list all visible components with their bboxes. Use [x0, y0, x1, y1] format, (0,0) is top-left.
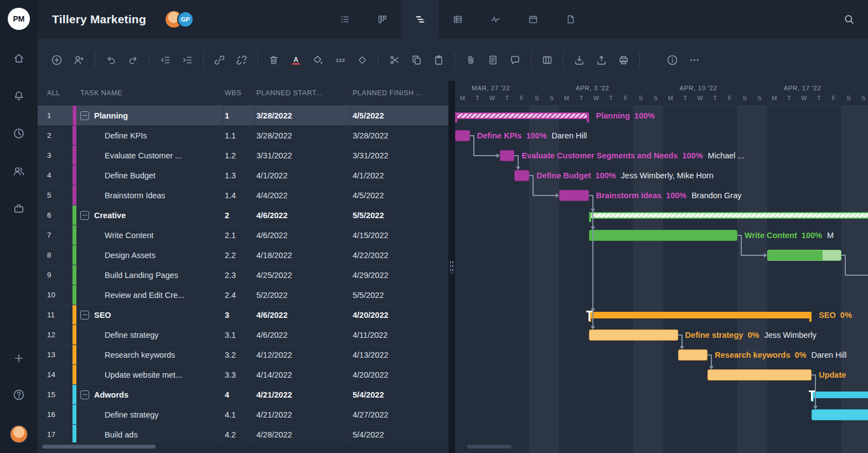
tab-calendar-view[interactable]: [514, 0, 552, 39]
search-button[interactable]: [844, 14, 855, 25]
redo-button[interactable]: [127, 54, 139, 66]
row-number-cell[interactable]: 17: [38, 425, 73, 444]
planned-finish-cell[interactable]: 5/4/2022: [350, 385, 448, 404]
row-number-cell[interactable]: 13: [38, 345, 73, 364]
wbs-cell[interactable]: 3.3: [223, 365, 255, 384]
planned-start-cell[interactable]: 4/6/2022: [255, 205, 350, 225]
table-row[interactable]: 6 Creative 2 4/6/2022 5/5/2022: [38, 205, 448, 225]
planned-start-cell[interactable]: 4/12/2022: [255, 345, 350, 364]
row-number-cell[interactable]: 1: [38, 106, 73, 125]
task-name-cell[interactable]: Define strategy: [73, 405, 223, 424]
gantt-scrollbar-thumb[interactable]: [467, 445, 512, 449]
tab-sheet-view[interactable]: [439, 0, 477, 39]
col-task-name-header[interactable]: TASK NAME: [73, 81, 223, 105]
wbs-cell[interactable]: 3.2: [223, 345, 255, 364]
planned-start-cell[interactable]: 4/6/2022: [255, 325, 350, 344]
tab-gantt-view[interactable]: [401, 0, 439, 39]
planned-finish-cell[interactable]: 4/13/2022: [350, 345, 448, 364]
gantt-bar-task[interactable]: [812, 409, 868, 420]
gantt-bar-task[interactable]: [589, 330, 678, 341]
planned-finish-cell[interactable]: 4/1/2022: [350, 166, 448, 185]
collapse-toggle-icon[interactable]: [80, 111, 89, 120]
planned-start-cell[interactable]: 4/1/2022: [255, 166, 350, 185]
table-row[interactable]: 1 Planning 1 3/28/2022 4/5/2022: [38, 106, 448, 126]
copy-button[interactable]: [411, 54, 422, 66]
sidebar-item-help[interactable]: [13, 389, 25, 401]
wbs-cell[interactable]: 1.4: [223, 186, 255, 205]
planned-finish-cell[interactable]: 5/4/2022: [350, 425, 448, 444]
planned-start-cell[interactable]: 3/28/2022: [255, 126, 350, 145]
task-name-cell[interactable]: Build ads: [73, 425, 223, 444]
gantt-bar-task[interactable]: [559, 190, 589, 201]
numbers-button[interactable]: 123: [334, 54, 346, 66]
tab-document-view[interactable]: [552, 0, 590, 39]
task-name-cell[interactable]: Build Landing Pages: [73, 265, 223, 285]
row-number-cell[interactable]: 5: [38, 186, 73, 205]
row-number-cell[interactable]: 3: [38, 146, 73, 165]
row-number-cell[interactable]: 10: [38, 285, 73, 305]
gantt-bar-summary[interactable]: [589, 312, 812, 318]
table-row[interactable]: 15 Adwords 4 4/21/2022 5/4/2022: [38, 385, 448, 405]
sidebar-item-notifications[interactable]: [13, 90, 25, 102]
planned-start-cell[interactable]: 5/2/2022: [255, 285, 350, 305]
planned-start-cell[interactable]: 4/21/2022: [255, 385, 350, 404]
gantt-bar-task[interactable]: [455, 130, 470, 141]
planned-start-cell[interactable]: 4/14/2022: [255, 365, 350, 384]
collapse-toggle-icon[interactable]: [80, 211, 89, 220]
table-row[interactable]: 16 Define strategy 4.1 4/21/2022 4/27/20…: [38, 405, 448, 425]
outdent-button[interactable]: [159, 54, 171, 66]
columns-button[interactable]: [541, 54, 553, 66]
wbs-cell[interactable]: 4.1: [223, 405, 255, 424]
planned-start-cell[interactable]: 4/28/2022: [255, 425, 350, 444]
col-wbs-header[interactable]: WBS: [223, 81, 255, 105]
sidebar-item-home[interactable]: [13, 52, 25, 64]
table-row[interactable]: 7 Write Content 2.1 4/6/2022 4/15/2022: [38, 225, 448, 245]
table-row[interactable]: 12 Define strategy 3.1 4/6/2022 4/11/202…: [38, 325, 448, 345]
delete-button[interactable]: [268, 54, 280, 66]
table-row[interactable]: 3 Evaluate Customer ... 1.2 3/31/2022 3/…: [38, 146, 448, 166]
col-all-header[interactable]: ALL: [38, 81, 73, 105]
table-row[interactable]: 17 Build ads 4.2 4/28/2022 5/4/2022: [38, 425, 448, 445]
tab-list-view[interactable]: [326, 0, 364, 39]
planned-finish-cell[interactable]: 4/29/2022: [350, 265, 448, 285]
task-name-cell[interactable]: Research keywords: [73, 345, 223, 364]
row-number-cell[interactable]: 9: [38, 265, 73, 285]
planned-start-cell[interactable]: 4/6/2022: [255, 225, 350, 245]
sidebar-item-portfolio[interactable]: [13, 203, 25, 215]
row-number-cell[interactable]: 4: [38, 166, 73, 185]
task-name-cell[interactable]: Design Assets: [73, 245, 223, 265]
wbs-cell[interactable]: 1.3: [223, 166, 255, 185]
wbs-cell[interactable]: 2.2: [223, 245, 255, 265]
table-row[interactable]: 10 Review and Edit Cre... 2.4 5/2/2022 5…: [38, 285, 448, 305]
collapse-toggle-icon[interactable]: [80, 311, 89, 320]
planned-finish-cell[interactable]: 4/20/2022: [350, 305, 448, 325]
gantt-bar-task[interactable]: [707, 369, 812, 380]
planned-start-cell[interactable]: 3/28/2022: [255, 106, 350, 125]
task-name-cell[interactable]: Update website met...: [73, 365, 223, 384]
task-name-cell[interactable]: Adwords: [73, 385, 223, 404]
collapse-toggle-icon[interactable]: [80, 390, 89, 399]
tab-activity-view[interactable]: [477, 0, 514, 39]
notes-button[interactable]: [487, 54, 499, 66]
attachment-button[interactable]: [465, 54, 477, 66]
task-name-cell[interactable]: Define strategy: [73, 325, 223, 344]
tab-board-view[interactable]: [364, 0, 401, 39]
table-row[interactable]: 14 Update website met... 3.3 4/14/2022 4…: [38, 365, 448, 385]
gantt-scrollbar[interactable]: [455, 442, 868, 451]
task-name-cell[interactable]: Define KPIs: [73, 126, 223, 145]
row-number-cell[interactable]: 2: [38, 126, 73, 145]
planned-start-cell[interactable]: 4/21/2022: [255, 405, 350, 424]
indent-button[interactable]: [182, 54, 193, 66]
task-name-cell[interactable]: Planning: [73, 106, 223, 125]
col-planned-finish-header[interactable]: PLANNED FINISH ...: [350, 81, 448, 105]
wbs-cell[interactable]: 4.2: [223, 425, 255, 444]
gantt-bar-task[interactable]: [678, 349, 708, 361]
print-button[interactable]: [618, 54, 629, 66]
planned-finish-cell[interactable]: 5/5/2022: [350, 285, 448, 305]
wbs-cell[interactable]: 3: [223, 305, 255, 325]
assign-button[interactable]: [73, 54, 85, 66]
planned-finish-cell[interactable]: 4/11/2022: [350, 325, 448, 344]
import-button[interactable]: [574, 54, 585, 66]
row-number-cell[interactable]: 16: [38, 405, 73, 424]
link-button[interactable]: [214, 54, 225, 66]
